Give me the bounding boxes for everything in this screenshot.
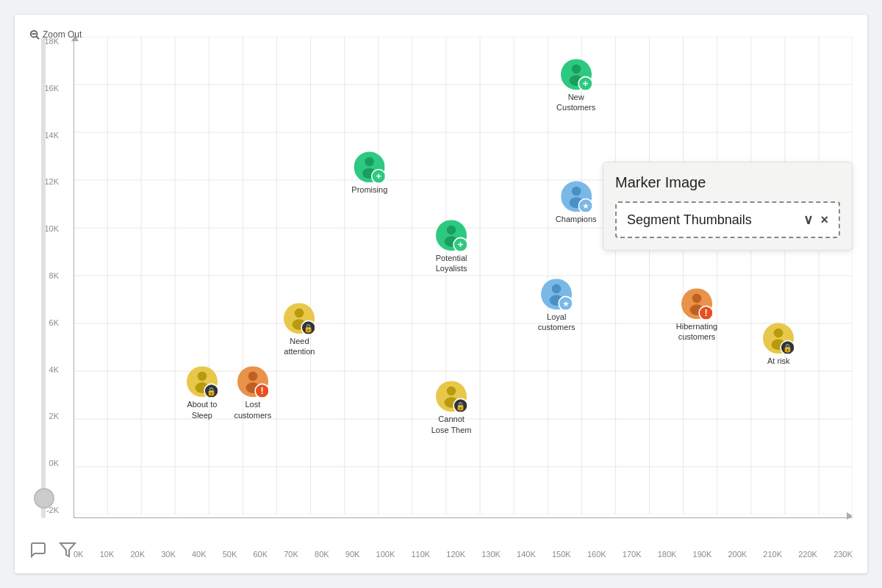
marker-label-promising: Promising bbox=[351, 185, 387, 196]
svg-text:★: ★ bbox=[562, 299, 570, 308]
marker-label-cannot-lose-them: CannotLose Them bbox=[426, 415, 477, 436]
y-label-6k: 6K bbox=[49, 318, 59, 327]
x-axis: 0K 10K 20K 30K 40K 50K 60K 70K 80K 90K 1… bbox=[74, 550, 853, 559]
svg-point-54 bbox=[447, 225, 456, 234]
svg-point-79 bbox=[198, 372, 207, 381]
svg-text:+: + bbox=[458, 239, 464, 250]
y-label-14k: 14K bbox=[44, 131, 59, 140]
marker-at-risk[interactable]: 🔒 At risk bbox=[763, 323, 794, 366]
filter-icon[interactable] bbox=[59, 541, 76, 559]
marker-need-attention[interactable]: 🔒 Needattention bbox=[273, 303, 325, 357]
zoom-out-button[interactable]: Zoom Out bbox=[29, 29, 82, 40]
marker-label-potential-loyalists: PotentialLoyalists bbox=[426, 253, 477, 274]
svg-text:★: ★ bbox=[581, 201, 589, 210]
panel-dropdown-label: Segment Thumbnails bbox=[627, 212, 752, 228]
svg-line-1 bbox=[37, 37, 40, 40]
svg-marker-93 bbox=[60, 543, 75, 556]
chart-grid bbox=[74, 37, 853, 514]
marker-new-customers[interactable]: + NewCustomers bbox=[551, 59, 602, 113]
svg-text:🔒: 🔒 bbox=[304, 323, 314, 333]
bottom-icons bbox=[29, 541, 76, 559]
marker-about-to-sleep[interactable]: 🔒 About toSleep bbox=[176, 367, 228, 421]
marker-label-champions: Champions bbox=[556, 214, 597, 224]
x-axis-arrow bbox=[847, 512, 853, 520]
panel-title: Marker Image bbox=[615, 174, 840, 191]
marker-champions[interactable]: ★ Champions bbox=[556, 181, 597, 224]
svg-point-69 bbox=[692, 294, 702, 304]
y-label-12k: 12K bbox=[44, 177, 59, 186]
panel-dropdown-icons: ∨ × bbox=[803, 212, 828, 228]
marker-label-at-risk: At risk bbox=[767, 356, 790, 366]
marker-label-need-attention: Needattention bbox=[273, 336, 325, 357]
chevron-down-icon[interactable]: ∨ bbox=[803, 212, 813, 228]
marker-potential-loyalists[interactable]: + PotentialLoyalists bbox=[426, 220, 477, 274]
y-label-16k: 16K bbox=[44, 84, 59, 93]
marker-cannot-lose-them[interactable]: 🔒 CannotLose Them bbox=[426, 381, 477, 436]
y-axis: 18K 16K 14K 12K 10K 8K 6K 4K 2K 0K -2K bbox=[22, 37, 59, 514]
panel-dropdown[interactable]: Segment Thumbnails ∨ × bbox=[615, 201, 840, 238]
y-label-0k: 0K bbox=[49, 459, 59, 467]
svg-text:🔒: 🔒 bbox=[207, 387, 217, 396]
marker-label-loyal-customers: Loyalcustomers bbox=[531, 312, 582, 333]
marker-label-lost-customers: Lostcustomers bbox=[227, 400, 279, 421]
svg-text:🔒: 🔒 bbox=[456, 401, 466, 411]
marker-label-new-customers: NewCustomers bbox=[551, 92, 602, 113]
y-label-10k: 10K bbox=[44, 224, 59, 233]
svg-text:+: + bbox=[376, 171, 381, 182]
v-scroll-thumb[interactable] bbox=[34, 488, 54, 509]
svg-point-44 bbox=[571, 187, 581, 196]
svg-text:!: ! bbox=[704, 308, 707, 318]
y-label-2k: 2K bbox=[49, 412, 59, 420]
svg-point-59 bbox=[552, 284, 562, 293]
marker-image-panel: Marker Image Segment Thumbnails ∨ × bbox=[603, 162, 853, 251]
svg-point-39 bbox=[571, 64, 581, 74]
marker-label-hibernating: Hibernatingcustomers bbox=[671, 321, 723, 343]
marker-loyal-customers[interactable]: ★ Loyalcustomers bbox=[531, 279, 582, 333]
comment-icon[interactable] bbox=[29, 541, 47, 559]
svg-point-84 bbox=[248, 372, 257, 381]
v-scrollbar[interactable] bbox=[41, 37, 46, 518]
svg-point-74 bbox=[774, 329, 784, 338]
y-label-8k: 8K bbox=[49, 271, 59, 280]
chart-container: Zoom Out 18K 16K 14K 12K 10K 8K 6K 4K 2K… bbox=[15, 15, 867, 573]
y-axis-line bbox=[74, 37, 74, 518]
svg-point-49 bbox=[365, 157, 374, 167]
svg-point-89 bbox=[447, 387, 456, 396]
marker-lost-customers[interactable]: ! Lostcustomers bbox=[227, 367, 279, 421]
svg-text:!: ! bbox=[260, 386, 263, 396]
svg-point-64 bbox=[295, 309, 304, 318]
marker-label-about-to-sleep: About toSleep bbox=[176, 400, 228, 421]
y-label-4k: 4K bbox=[49, 365, 59, 374]
zoom-out-label: Zoom Out bbox=[43, 29, 82, 40]
svg-text:+: + bbox=[582, 78, 588, 89]
marker-promising[interactable]: + Promising bbox=[351, 152, 387, 196]
x-axis-line bbox=[74, 517, 853, 518]
close-icon[interactable]: × bbox=[820, 212, 828, 228]
marker-hibernating[interactable]: ! Hibernatingcustomers bbox=[671, 288, 723, 343]
svg-text:🔒: 🔒 bbox=[783, 343, 793, 353]
